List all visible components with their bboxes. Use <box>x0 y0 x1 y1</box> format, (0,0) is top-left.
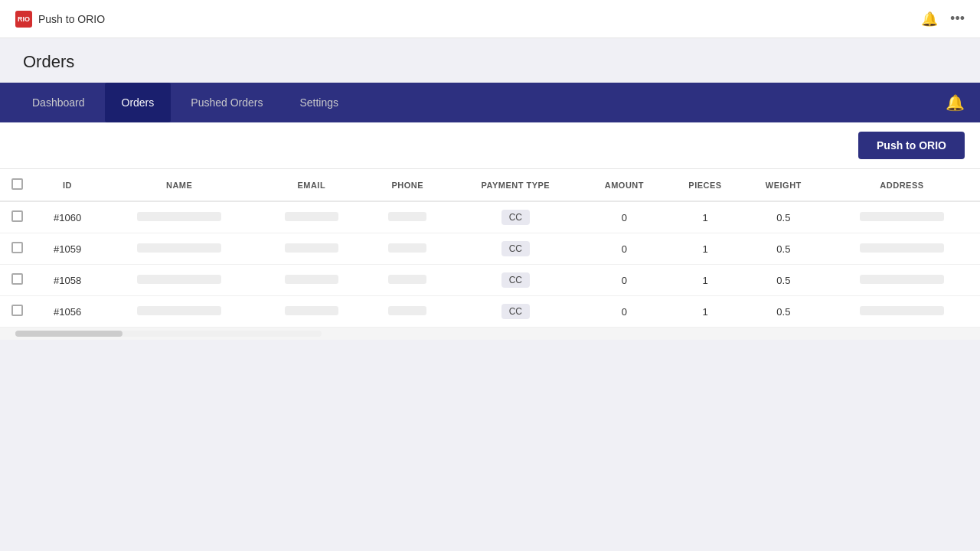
row-phone-1056 <box>365 296 449 328</box>
row-payment-type-1058: CC <box>449 265 581 296</box>
nav-bar: Dashboard Orders Pushed Orders Settings … <box>0 83 980 122</box>
row-email-1060 <box>257 201 365 233</box>
tab-pushed-orders[interactable]: Pushed Orders <box>174 83 279 122</box>
row-amount-1059: 0 <box>581 233 667 265</box>
row-id-1058: #1058 <box>34 265 101 296</box>
row-checkbox-1059[interactable] <box>0 233 34 265</box>
col-header-payment-type: PAYMENT TYPE <box>449 169 581 201</box>
page-header: Orders <box>0 38 980 83</box>
logo-text: RIO <box>18 15 30 23</box>
table-scrollbar-track[interactable] <box>15 331 322 337</box>
row-name-1060 <box>101 201 257 233</box>
orders-table-container: ID NAME EMAIL PHONE PAYMENT TYPE AMOUNT … <box>0 169 980 340</box>
select-all-checkbox[interactable] <box>11 178 23 190</box>
app-title: Push to ORIO <box>38 13 105 25</box>
table-row: #1056 CC 0 1 0.5 <box>0 296 980 328</box>
row-checkbox[interactable] <box>11 210 23 222</box>
row-name-1056 <box>101 296 257 328</box>
row-amount-1058: 0 <box>581 265 667 296</box>
row-payment-type-1059: CC <box>449 233 581 265</box>
row-address-1058 <box>824 265 980 296</box>
tab-orders[interactable]: Orders <box>105 83 172 122</box>
row-email-1059 <box>257 233 365 265</box>
tab-settings[interactable]: Settings <box>283 83 355 122</box>
row-weight-1056: 0.5 <box>743 296 824 328</box>
row-payment-type-1060: CC <box>449 201 581 233</box>
table-row: #1059 CC 0 1 0.5 <box>0 233 980 265</box>
row-weight-1060: 0.5 <box>743 201 824 233</box>
top-bar-right: 🔔 ••• <box>921 11 965 28</box>
nav-bell-icon[interactable]: 🔔 <box>946 93 965 112</box>
top-bar: RIO Push to ORIO 🔔 ••• <box>0 0 980 38</box>
row-id-1060: #1060 <box>34 201 101 233</box>
row-phone-1058 <box>365 265 449 296</box>
row-id-1056: #1056 <box>34 296 101 328</box>
orders-table: ID NAME EMAIL PHONE PAYMENT TYPE AMOUNT … <box>0 169 980 328</box>
row-name-1058 <box>101 265 257 296</box>
col-header-name: NAME <box>101 169 257 201</box>
row-checkbox-1060[interactable] <box>0 201 34 233</box>
page-title: Orders <box>23 52 957 72</box>
row-checkbox[interactable] <box>11 273 23 285</box>
col-header-pieces: PIECES <box>667 169 743 201</box>
row-address-1056 <box>824 296 980 328</box>
table-row: #1058 CC 0 1 0.5 <box>0 265 980 296</box>
push-to-orio-button[interactable]: Push to ORIO <box>858 132 965 159</box>
row-checkbox[interactable] <box>11 242 23 253</box>
row-pieces-1058: 1 <box>667 265 743 296</box>
col-header-weight: WEIGHT <box>743 169 824 201</box>
row-pieces-1059: 1 <box>667 233 743 265</box>
toolbar: Push to ORIO <box>0 122 980 169</box>
more-options-icon[interactable]: ••• <box>950 11 965 27</box>
table-scrollbar-row <box>0 328 980 340</box>
bottom-empty-space <box>0 340 980 493</box>
col-header-address: ADDRESS <box>824 169 980 201</box>
col-header-amount: AMOUNT <box>581 169 667 201</box>
col-header-phone: PHONE <box>365 169 449 201</box>
row-email-1056 <box>257 296 365 328</box>
row-phone-1059 <box>365 233 449 265</box>
row-pieces-1060: 1 <box>667 201 743 233</box>
bell-icon[interactable]: 🔔 <box>921 11 938 28</box>
table-row: #1060 CC 0 1 0.5 <box>0 201 980 233</box>
row-weight-1059: 0.5 <box>743 233 824 265</box>
row-amount-1056: 0 <box>581 296 667 328</box>
row-email-1058 <box>257 265 365 296</box>
col-header-email: EMAIL <box>257 169 365 201</box>
row-pieces-1056: 1 <box>667 296 743 328</box>
tab-dashboard[interactable]: Dashboard <box>15 83 102 122</box>
row-amount-1060: 0 <box>581 201 667 233</box>
app-logo: RIO <box>15 11 32 28</box>
row-checkbox-1056[interactable] <box>0 296 34 328</box>
nav-tabs: Dashboard Orders Pushed Orders Settings <box>15 83 355 122</box>
row-weight-1058: 0.5 <box>743 265 824 296</box>
row-phone-1060 <box>365 201 449 233</box>
row-address-1059 <box>824 233 980 265</box>
top-bar-left: RIO Push to ORIO <box>15 11 105 28</box>
col-header-id: ID <box>34 169 101 201</box>
row-id-1059: #1059 <box>34 233 101 265</box>
row-checkbox[interactable] <box>11 305 23 316</box>
row-address-1060 <box>824 201 980 233</box>
table-scrollbar-thumb[interactable] <box>15 331 122 337</box>
row-payment-type-1056: CC <box>449 296 581 328</box>
select-all-header[interactable] <box>0 169 34 201</box>
table-header-row: ID NAME EMAIL PHONE PAYMENT TYPE AMOUNT … <box>0 169 980 201</box>
row-checkbox-1058[interactable] <box>0 265 34 296</box>
row-name-1059 <box>101 233 257 265</box>
